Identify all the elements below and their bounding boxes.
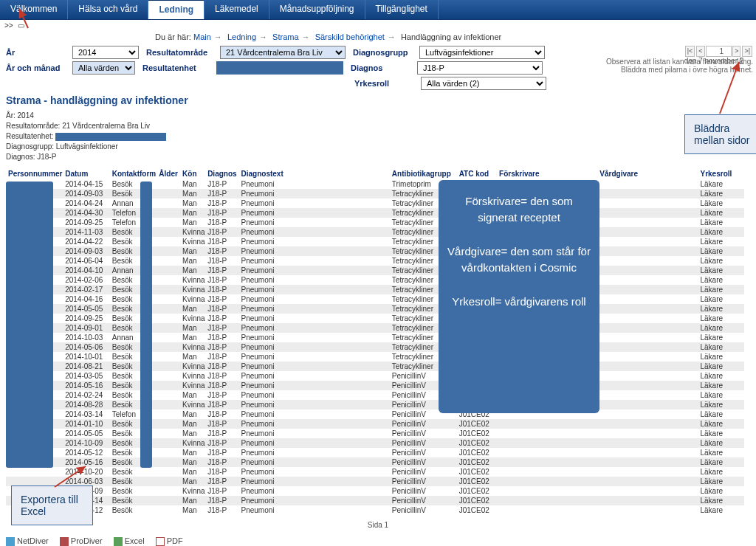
excel-icon [114, 537, 123, 546]
table-row[interactable]: 2014-04-10AnnanManJ18-PPneumoniTetracykl… [6, 266, 744, 275]
filter-yearmonth-select[interactable]: Alla värden (11) [72, 61, 135, 75]
export-pdf[interactable]: PDF [156, 536, 183, 546]
table-row[interactable]: 2014-09-01BesökManJ18-PPneumoniTetracykl… [6, 323, 744, 333]
col-v-rdgivare[interactable]: Vårdgivare [597, 168, 698, 179]
filter-result-area-select[interactable]: 21 Vårdcentralerna Bra Liv [220, 46, 346, 59]
table-row[interactable]: 2014-02-17BesökKvinnaJ18-PPneumoniTetrac… [6, 285, 744, 294]
tab-m-nadsuppf-ljning[interactable]: Månadsuppföljning [269, 0, 365, 19]
table-row[interactable]: 2014-10-20BesökManJ18-PPneumoniPenicilli… [6, 467, 744, 477]
table-row[interactable]: 2014-04-14BesökManJ18-PPneumoniPenicilli… [6, 496, 744, 505]
table-row[interactable]: 2014-02-24BesökManJ18-PPneumoniPenicilli… [6, 390, 744, 400]
filter-resultunit-select[interactable] [216, 61, 343, 75]
pager-last[interactable]: >| [742, 46, 752, 57]
table-row[interactable]: 2014-10-01BesökManJ18-PPneumoniTetracykl… [6, 352, 744, 362]
col-antibiotikagrupp[interactable]: Antibiotikagrupp [390, 168, 457, 179]
meta-diaggroup: Diagnosgrupp: Luftvägsinfektioner [6, 142, 750, 152]
callout-excel: Exportera till Excel [11, 485, 93, 525]
table-row[interactable]: 2014-05-06BesökKvinnaJ18-PPneumoniTetrac… [6, 342, 744, 352]
filter-role-select[interactable]: Alla värden (2) [421, 77, 546, 90]
col--lder[interactable]: Ålder [157, 168, 180, 179]
col-k-n[interactable]: Kön [180, 168, 205, 179]
crumb-2[interactable]: Strama [272, 32, 298, 41]
filter-role-label: Yrkesroll [354, 79, 421, 88]
filter-diag-select[interactable]: J18-P [417, 61, 543, 75]
table-row[interactable]: 2014-05-12BesökManJ18-PPneumoniPenicilli… [6, 448, 744, 457]
table-row[interactable]: 2014-03-05BesökKvinnaJ18-PPneumoniPenici… [6, 371, 744, 381]
table-row[interactable]: 2014-09-03BesökManJ18-PPneumoniTetracykl… [6, 246, 744, 256]
crumb-1[interactable]: Ledning [227, 32, 256, 41]
tab-tillg-nglighet[interactable]: Tillgänglighet [365, 0, 439, 19]
pager-current: 1 [706, 46, 732, 57]
tab-l-kemedel[interactable]: Läkemedel [205, 0, 269, 19]
col-atc-kod[interactable]: ATC kod [457, 168, 497, 179]
table-row[interactable]: 2014-08-28BesökKvinnaJ18-PPneumoniPenici… [6, 400, 744, 410]
table-row[interactable]: 2014-05-05BesökManJ18-PPneumoniTetracykl… [6, 304, 744, 314]
doc-icon[interactable]: ▭ [18, 21, 24, 30]
table-row[interactable]: 2014-09-25TelefonManJ18-PPneumoniTetracy… [6, 218, 744, 227]
tab-v-lkommen[interactable]: Välkommen [0, 0, 68, 19]
filter-year-select[interactable]: 2014 [72, 46, 139, 59]
table-row[interactable]: 2014-04-24AnnanManJ18-PPneumoniTetracykl… [6, 198, 744, 208]
netdiver-icon [6, 537, 15, 546]
table-row[interactable]: 2014-04-09BesökKvinnaJ18-PPneumoniPenici… [6, 486, 744, 496]
table-row[interactable]: 2014-06-03BesökManJ18-PPneumoniPenicilli… [6, 477, 744, 486]
filter-resultunit-label: Resultatenhet [142, 63, 216, 72]
table-row[interactable]: 2014-09-03BesökManJ18-PPneumoniTetracykl… [6, 189, 744, 198]
filter-year-label: År [6, 48, 72, 57]
col-yrkesroll[interactable]: Yrkesroll [698, 168, 745, 179]
table-row[interactable]: 2014-03-14TelefonManJ18-PPneumoniPenicil… [6, 410, 744, 419]
table-row[interactable]: 2014-09-25BesökKvinnaJ18-PPneumoniTetrac… [6, 314, 744, 323]
tab-h-lsa-och-v-rd[interactable]: Hälsa och vård [68, 0, 148, 19]
crumb-3[interactable]: Särskild behörighet [315, 32, 385, 41]
redaction-age [140, 182, 152, 468]
table-row[interactable]: 2014-11-03BesökKvinnaJ18-PPneumoniTetrac… [6, 227, 744, 237]
expand-icon[interactable]: >> [4, 21, 13, 30]
table-row[interactable]: 2014-04-16BesökKvinnaJ18-PPneumoniTetrac… [6, 294, 744, 304]
filter-diag-label: Diagnos [351, 63, 417, 72]
table-row[interactable]: 2014-04-15BesökManJ18-PPneumoniTrimetopr… [6, 179, 744, 189]
table-row[interactable]: 2014-01-10BesökManJ18-PPneumoniPenicilli… [6, 419, 744, 429]
col-personnummer[interactable]: Personnummer [6, 168, 63, 179]
export-prodiver[interactable]: ProDiver [60, 536, 103, 546]
table-row[interactable]: 2014-05-05BesökManJ18-PPneumoniPenicilli… [6, 429, 744, 438]
data-table-container: PersonnummerDatumKontaktformÅlderKönDiag… [6, 168, 750, 515]
table-row[interactable]: 2014-05-16BesökKvinnaJ18-PPneumoniPenici… [6, 381, 744, 390]
export-bar: NetDiver ProDiver Excel PDF [6, 536, 750, 546]
pdf-icon [156, 537, 165, 546]
report-title: Strama - handläggning av infektioner [6, 94, 750, 106]
col-kontaktform[interactable]: Kontaktform [110, 168, 157, 179]
filter-diaggroup-select[interactable]: Luftvägsinfektioner [419, 46, 545, 59]
filter-result-area-label: Resultatområde [146, 48, 220, 57]
tab-ledning[interactable]: Ledning [148, 0, 205, 19]
table-row[interactable]: 2014-10-09BesökKvinnaJ18-PPneumoniPenici… [6, 438, 744, 448]
table-row[interactable]: 2014-10-03AnnanManJ18-PPneumoniTetracykl… [6, 333, 744, 342]
report-header: Strama - handläggning av infektioner År:… [6, 94, 750, 162]
page-indicator: Sida 1 [0, 521, 756, 529]
top-tabs: VälkommenHälsa och vårdLedningLäkemedelM… [0, 0, 756, 20]
table-row[interactable]: 2014-04-22BesökKvinnaJ18-PPneumoniTetrac… [6, 237, 744, 246]
toolbar-icons: >> ▭ [0, 20, 756, 31]
col-datum[interactable]: Datum [63, 168, 110, 179]
meta-result-area: Resultatområde: 21 Vårdcentralerna Bra L… [6, 121, 750, 131]
table-row[interactable]: 2014-09-12BesökManJ18-PPneumoniPenicilli… [6, 505, 744, 515]
table-row[interactable]: 2014-08-21BesökKvinnaJ18-PPneumoniTetrac… [6, 362, 744, 371]
col-diagnostext[interactable]: Diagnostext [239, 168, 390, 179]
pager-first[interactable]: |< [685, 46, 695, 57]
col-f-rskrivare[interactable]: Förskrivare [497, 168, 597, 179]
export-excel[interactable]: Excel [114, 536, 145, 546]
col-diagnos[interactable]: Diagnos [205, 168, 238, 179]
callout-paginate: Bläddra mellan sidor [684, 114, 756, 154]
table-row[interactable]: 2014-04-30TelefonManJ18-PPneumoniTetracy… [6, 208, 744, 218]
table-row[interactable]: 2014-05-16BesökManJ18-PPneumoniPenicilli… [6, 457, 744, 467]
pager-prev[interactable]: < [696, 46, 704, 57]
crumb-0[interactable]: Main [193, 32, 211, 41]
export-netdiver[interactable]: NetDiver [6, 536, 49, 546]
meta-diag: Diagnos: J18-P [6, 152, 750, 162]
table-row[interactable]: 2014-02-06BesökKvinnaJ18-PPneumoniTetrac… [6, 275, 744, 285]
meta-result-unit: Resultatenhet: [6, 131, 750, 142]
pager-next[interactable]: > [732, 46, 740, 57]
table-row[interactable]: 2014-06-04BesökManJ18-PPneumoniTetracykl… [6, 256, 744, 266]
crumb-4: Handläggning av infektioner [401, 32, 501, 41]
prodiver-icon [60, 537, 69, 546]
redaction-pn [6, 182, 53, 468]
